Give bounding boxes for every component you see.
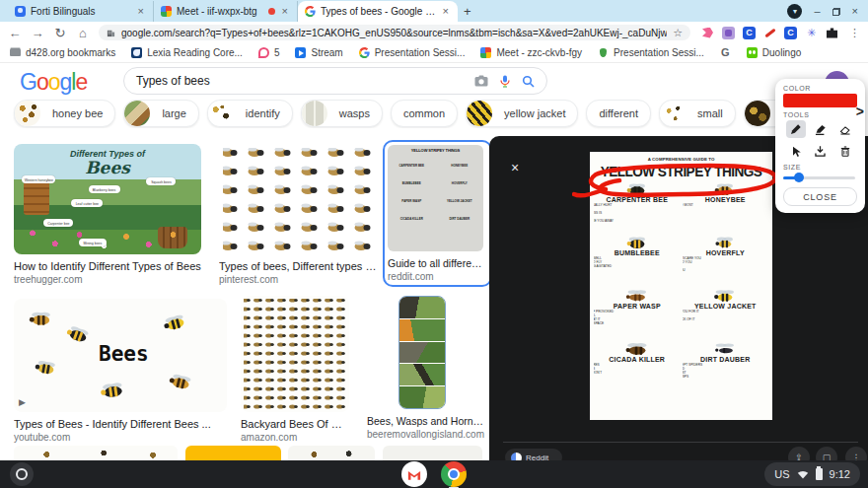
search-by-image-camera-icon[interactable] [474, 75, 488, 87]
partial-thumbnail[interactable] [288, 446, 375, 460]
close-window-button[interactable]: × [852, 6, 858, 17]
result-thumbnail[interactable] [241, 296, 349, 412]
new-tab-button[interactable]: + [464, 4, 471, 19]
tab-forti-bilinguals[interactable]: Forti Bilinguals × [8, 1, 154, 22]
close-panel-button[interactable]: CLOSE [783, 187, 857, 206]
chip-small[interactable]: small [659, 100, 736, 127]
kami-extension-icon[interactable] [722, 27, 735, 39]
result-card-beeremoval[interactable]: Bees, Wasps and Hornets on ... beeremova… [367, 296, 487, 440]
preview-close-icon[interactable]: × [511, 160, 519, 175]
gmail-app-icon[interactable] [401, 461, 427, 487]
browser-toolbar: ← → ↻ ⌂ google.com/search?q=Types+of+bee… [0, 22, 868, 43]
browser-menu-icon[interactable]: ⋮ [849, 27, 860, 39]
pen-extension-icon[interactable] [763, 27, 776, 39]
result-title[interactable]: Types of Bees - Identify Different Bees … [14, 418, 227, 430]
tab-meet[interactable]: Meet - iif-wxpx-btg × [154, 1, 298, 22]
bookmark-duolingo[interactable]: Duolingo [747, 47, 801, 58]
result-thumbnail[interactable]: Bees ▶ [14, 299, 227, 412]
google-logo[interactable]: Google [20, 69, 87, 96]
chip-large[interactable]: large [123, 100, 198, 127]
pen-tool-button[interactable] [786, 120, 806, 138]
size-slider[interactable] [783, 173, 857, 182]
result-card-youtube[interactable]: Bees ▶ Types of Bees - Identify Differen… [14, 299, 227, 443]
bookmark-presentation-2[interactable]: Presentation Sessi... [598, 47, 704, 58]
result-thumbnail[interactable] [398, 296, 446, 409]
forward-icon[interactable]: → [31, 27, 44, 39]
delete-button[interactable] [835, 142, 855, 160]
search-icon[interactable] [522, 75, 535, 88]
minimize-button[interactable]: – [814, 6, 820, 17]
bookmark-meet[interactable]: Meet - zzc-ckvb-fgy [480, 47, 582, 58]
restore-window-button[interactable] [832, 8, 840, 16]
reload-icon[interactable]: ↻ [53, 27, 67, 39]
bookmark-presentation-1[interactable]: Presentation Sessi... [359, 47, 466, 58]
tab-google-search[interactable]: Types of bees - Google Search × [298, 1, 458, 22]
result-thumbnail[interactable] [219, 144, 378, 254]
slider-thumb[interactable] [794, 173, 804, 182]
poster-title: YELLOW STRIPEY THINGS [596, 164, 767, 179]
address-bar[interactable]: google.com/search?q=Types+of+bees&rlz=1C… [99, 25, 690, 40]
home-icon[interactable]: ⌂ [76, 27, 90, 39]
forti-favicon [15, 6, 26, 17]
extensions-puzzle-icon[interactable] [826, 27, 838, 39]
result-card-pinterest[interactable]: Types of bees, Different types of bees .… [219, 144, 378, 285]
result-card-reddit-selected[interactable]: YELLOW STRIPEY THINGS CARPENTER BEEHONEY… [383, 140, 492, 287]
chip-different[interactable]: different [586, 100, 651, 127]
bookmark-g[interactable]: G [720, 47, 731, 58]
settings-extension-icon[interactable] [805, 27, 818, 39]
clever-extension-icon-2[interactable]: C [784, 27, 797, 39]
bookmark-label: Presentation Sessi... [375, 47, 466, 58]
status-tray[interactable]: US 9:12 [764, 462, 860, 486]
color-swatch[interactable] [783, 94, 857, 107]
result-domain: reddit.com [388, 271, 487, 282]
result-thumbnail[interactable]: Different Types of Bees Western honeybee… [14, 144, 201, 254]
result-card-treehugger[interactable]: Different Types of Bees Western honeybee… [14, 144, 201, 285]
result-title[interactable]: Types of bees, Different types of bees .… [219, 260, 378, 272]
bee-graphic [160, 312, 189, 333]
tab-close-icon[interactable]: × [136, 5, 146, 18]
partial-thumbnail[interactable] [185, 446, 281, 460]
back-icon[interactable]: ← [8, 27, 22, 39]
bee-graphic [98, 380, 128, 400]
tab-close-icon[interactable]: × [441, 5, 451, 18]
partial-thumbnail[interactable] [383, 446, 482, 460]
play-icon: ▶ [19, 397, 26, 407]
bookmark-lexia[interactable]: Lexia Reading Core... [131, 47, 243, 58]
chip-identify[interactable]: identify [207, 100, 293, 127]
download-button[interactable] [811, 142, 831, 160]
chip-common[interactable]: common [391, 100, 458, 127]
chip-wasps[interactable]: wasps [301, 100, 383, 127]
result-title[interactable]: How to Identify Different Types of Bees [14, 260, 201, 272]
result-title[interactable]: Guide to all different ty... [388, 257, 487, 269]
yellow-stripey-things-poster[interactable]: A COMPREHENSIVE GUIDE TO YELLOW STRIPEY … [590, 152, 772, 420]
tab-search-button[interactable]: ▾ [787, 4, 802, 19]
bookmark-stream[interactable]: Stream [295, 47, 342, 58]
chip-thumbnail [660, 101, 686, 126]
chrome-app-icon[interactable] [441, 461, 467, 487]
flowers-graphic [14, 219, 201, 254]
marker-tool-button[interactable] [811, 120, 831, 138]
bookmark-padlet[interactable]: 5 [258, 47, 280, 58]
result-title[interactable]: Backyard Bees Of North Ame... [241, 418, 349, 430]
eraser-tool-button[interactable] [835, 120, 855, 138]
voice-search-mic-icon[interactable] [500, 75, 510, 88]
chips-scroll-right-icon[interactable]: > [856, 104, 864, 119]
search-input[interactable]: Types of bees [123, 67, 547, 95]
honeybee-image [713, 182, 737, 196]
poster-grid: CARPENTER BEE -ACTS LIKE IT'S TOUGH, BUT… [590, 179, 772, 394]
partial-thumbnail[interactable] [14, 446, 178, 460]
bookmark-star-icon[interactable]: ☆ [673, 27, 683, 39]
chip-honey-bee[interactable]: honey bee [14, 100, 115, 127]
chip-yellow-jacket[interactable]: yellow jacket [466, 100, 578, 127]
result-title[interactable]: Bees, Wasps and Hornets on ... [367, 415, 487, 427]
clever-extension-icon[interactable]: C [743, 27, 756, 39]
result-domain: youtube.com [14, 432, 227, 443]
tab-close-icon[interactable]: × [280, 5, 290, 18]
result-card-amazon[interactable]: Backyard Bees Of North Ame... amazon.com [241, 296, 349, 443]
bookmark-folder-d428[interactable]: d428.org bookmarks [10, 47, 115, 58]
select-tool-button[interactable] [786, 142, 806, 160]
launcher-button[interactable] [10, 462, 34, 486]
screencast-extension-icon[interactable] [701, 27, 714, 39]
mini-poster-title: YELLOW STRIPEY THINGS [388, 148, 483, 153]
result-thumbnail[interactable]: YELLOW STRIPEY THINGS CARPENTER BEEHONEY… [388, 145, 483, 251]
